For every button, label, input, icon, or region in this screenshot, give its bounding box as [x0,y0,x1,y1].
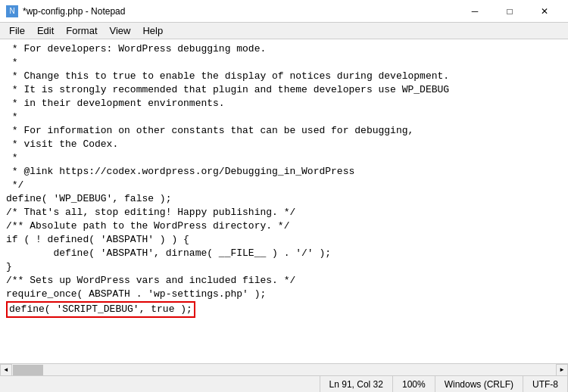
app-icon: N [6,5,18,17]
title-bar-left: N *wp-config.php - Notepad [6,5,125,17]
menu-help[interactable]: Help [136,23,169,38]
code-line: * visit the Codex. [6,138,562,151]
status-encoding: UTF-8 [523,376,568,392]
code-line: /** Absolute path to the WordPress direc… [6,219,562,233]
status-spacer [0,376,320,392]
scroll-track[interactable] [12,364,556,376]
status-line-ending: Windows (CRLF) [435,376,523,392]
code-line: * in their development environments. [6,97,562,110]
code-line: * For information on other constants tha… [6,124,562,138]
code-line: */ [6,179,562,192]
code-line: /* That's all, stop editing! Happy publi… [6,206,562,219]
code-line: * [6,151,562,165]
close-button[interactable]: ✕ [527,0,562,23]
menu-edit[interactable]: Edit [31,23,60,38]
scroll-right-button[interactable]: ► [556,364,568,376]
code-line: * [6,110,562,124]
menu-bar: File Edit Format View Help [0,23,568,39]
code-line: define( 'WP_DEBUG', false ); [6,192,562,206]
menu-file[interactable]: File [3,23,31,38]
code-line: define( 'ABSPATH', dirname( __FILE__ ) .… [6,247,562,260]
code-line: * Change this to true to enable the disp… [6,70,562,83]
editor-wrapper: * For developers: WordPress debugging mo… [0,39,568,375]
code-line: * For developers: WordPress debugging mo… [6,42,562,56]
code-line: * It is strongly recommended that plugin… [6,83,562,97]
menu-format[interactable]: Format [60,23,103,38]
code-line: * [6,56,562,70]
horizontal-scrollbar[interactable]: ◄ ► [0,363,568,375]
code-line: * @link https://codex.wordpress.org/Debu… [6,165,562,179]
window-title: *wp-config.php - Notepad [23,6,125,17]
scroll-thumb[interactable] [13,365,43,375]
status-zoom: 100% [393,376,435,392]
code-line: require_once( ABSPATH . 'wp-settings.php… [6,288,562,301]
editor-content[interactable]: * For developers: WordPress debugging mo… [0,39,568,363]
code-line: /** Sets up WordPress vars and included … [6,274,562,288]
maximize-button[interactable]: □ [492,0,527,23]
highlighted-code-line: define( 'SCRIPT_DEBUG', true ); [6,301,562,318]
menu-view[interactable]: View [104,23,137,38]
title-bar-controls: ─ □ ✕ [457,0,562,23]
title-bar: N *wp-config.php - Notepad ─ □ ✕ [0,0,568,23]
status-position: Ln 91, Col 32 [320,376,393,392]
minimize-button[interactable]: ─ [457,0,492,23]
code-line: if ( ! defined( 'ABSPATH' ) ) { [6,233,562,247]
status-bar: Ln 91, Col 32 100% Windows (CRLF) UTF-8 [0,375,568,392]
scroll-left-button[interactable]: ◄ [0,364,12,376]
code-line: } [6,260,562,274]
highlighted-code-text: define( 'SCRIPT_DEBUG', true ); [6,301,195,318]
